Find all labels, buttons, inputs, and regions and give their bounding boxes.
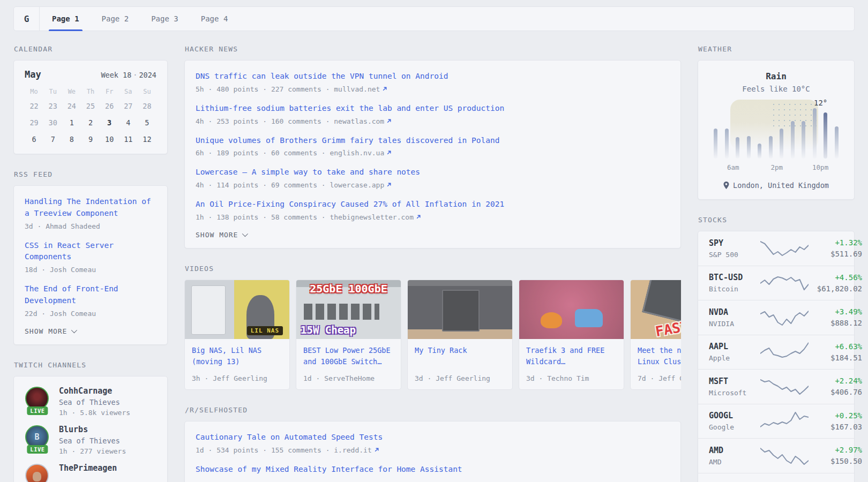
stock-ticker: MSFT [709, 376, 760, 386]
video-title-line: (moving 13) [192, 356, 282, 367]
tab-page-3[interactable]: Page 3 [140, 7, 190, 31]
weather-widget: Rain Feels like 10°C 12° 6am2pm10pm Lond… [698, 60, 855, 200]
stock-name: AMD [709, 458, 760, 466]
video-title[interactable]: BEST Low Power 25GbE and 100GbE Switch… [303, 345, 394, 368]
video-meta: 3d · Jeff Geerling [415, 374, 505, 382]
stock-row[interactable]: MSFTMicrosoft +2.24%$406.76 [698, 369, 854, 404]
calendar-weekday: Mo [25, 88, 43, 95]
video-thumbnail[interactable] [519, 280, 624, 339]
app-logo[interactable]: G [14, 7, 40, 31]
stock-row[interactable]: SPYS&P 500 +1.32%$511.69 [698, 231, 854, 266]
twitch-avatar-wrap: LIVE [25, 386, 50, 415]
hn-domain: thebignewsletter.com [330, 213, 414, 221]
calendar-day: 8 [62, 131, 81, 147]
video-title[interactable]: Big NAS, Lil NAS (moving 13) [192, 345, 282, 368]
calendar-day: 22 [25, 97, 43, 114]
hn-item: An Oil Price-Fixing Conspiracy Caused 27… [196, 199, 670, 221]
hn-meta-text: 4h · 114 points · 69 comments · [196, 181, 326, 189]
stock-ticker: SPY [709, 238, 760, 248]
rss-widget: Handling The Indentation of a Treeview C… [13, 185, 168, 345]
calendar-day: 6 [25, 131, 43, 147]
rss-item-title[interactable]: CSS in React Server Components [25, 240, 156, 263]
external-link-icon [374, 447, 379, 453]
hn-domain: newatlas.com [334, 117, 384, 125]
twitch-channel-row[interactable]: B LIVE Blurbs Sea of Thieves 1h · 277 vi… [25, 425, 156, 455]
video-title[interactable]: My Tiny Rack [415, 345, 505, 368]
weather-temp-label: 12° [814, 99, 827, 107]
rss-show-more-button[interactable]: SHOW MORE [25, 327, 156, 335]
external-link-icon [382, 86, 387, 92]
video-title[interactable]: Traefik 3 and FREE Wildcard… [526, 345, 617, 368]
video-thumbnail[interactable]: LIL NAS [185, 280, 289, 339]
hn-item-meta: 6h · 189 points · 60 comments · english.… [196, 149, 670, 157]
stock-row[interactable]: NVDANVIDIA +3.49%$888.12 [698, 300, 854, 335]
tab-page-4[interactable]: Page 4 [190, 7, 240, 31]
hn-item-title[interactable]: Unique volumes of Brothers Grimm fairy t… [196, 135, 670, 147]
video-card[interactable]: Traefik 3 and FREE Wildcard… 3d · Techno… [519, 280, 624, 390]
hn-item-meta: 1h · 138 points · 58 comments · thebigne… [196, 213, 670, 221]
reddit-item-title[interactable]: Showcase of my Mixed Reality Interface f… [196, 464, 670, 476]
page-tabs: Page 1 Page 2 Page 3 Page 4 [40, 7, 239, 31]
twitch-channel-name[interactable]: Blurbs [59, 425, 126, 434]
calendar-week-year: Week 18·2024 [101, 71, 156, 79]
calendar-day: 30 [43, 114, 62, 131]
hn-item-title[interactable]: DNS traffic can leak outside the VPN tun… [196, 71, 670, 82]
twitch-channel-row[interactable]: LIVE ThePrimeagen [25, 463, 156, 482]
hn-show-more-button[interactable]: SHOW MORE [196, 231, 670, 239]
rss-item: Handling The Indentation of a Treeview C… [25, 196, 156, 230]
hn-item-title[interactable]: Lowercase – A simple way to take and sha… [196, 167, 670, 178]
video-card[interactable]: LIL NAS Big NAS, Lil NAS (moving 13) 3h … [184, 280, 290, 390]
hn-item-title[interactable]: An Oil Price-Fixing Conspiracy Caused 27… [196, 199, 670, 210]
calendar-section-label: CALENDAR [14, 45, 168, 53]
stock-row[interactable]: RDDT -1.59% [698, 473, 854, 482]
stock-change: +0.25% [809, 411, 862, 420]
hn-item-title[interactable]: Lithium-free sodium batteries exit the l… [196, 103, 670, 115]
weather-time-label: 2pm [770, 163, 783, 171]
stock-change: +6.63% [809, 342, 862, 351]
video-meta: 1d · ServeTheHome [303, 374, 394, 382]
video-card[interactable]: My Tiny Rack 3d · Jeff Geerling [407, 280, 513, 390]
rss-section: RSS FEED Handling The Indentation of a T… [13, 170, 168, 345]
hacker-news-widget: DNS traffic can leak outside the VPN tun… [184, 60, 681, 248]
hn-item-meta: 5h · 480 points · 227 comments · mullvad… [196, 85, 670, 93]
twitch-avatar-wrap: B LIVE [25, 425, 50, 454]
rss-item-title[interactable]: The End of Front-End Development [25, 283, 156, 307]
video-title[interactable]: Meet the new Linux Cluster [638, 345, 681, 368]
video-thumbnail[interactable]: 25GbE 100GbE 15W Cheap [296, 280, 401, 339]
weather-bar [791, 121, 795, 159]
twitch-channel-category: Sea of Thieves [59, 398, 130, 406]
hn-domain: mullvad.net [334, 85, 380, 93]
hacker-news-section: HACKER NEWS DNS traffic can leak outside… [184, 45, 681, 248]
reddit-item: Cautionary Tale on Automated Speed Tests… [196, 432, 670, 454]
video-card[interactable]: 25GbE 100GbE 15W Cheap BEST Low Power 25… [296, 280, 401, 390]
calendar-week-number: Week 18 [101, 71, 131, 79]
calendar-year: 2024 [139, 71, 156, 79]
video-thumbnail[interactable]: FAST [631, 280, 681, 339]
weather-feels-like: Feels like 10°C [711, 85, 841, 93]
video-card[interactable]: FAST Meet the new Linux Cluster 7d · Jef… [630, 280, 681, 390]
calendar-day: 2 [81, 114, 100, 131]
tab-page-1[interactable]: Page 1 [41, 7, 91, 31]
twitch-channel-name[interactable]: CohhCarnage [59, 386, 130, 396]
stock-sparkline [760, 411, 809, 431]
stock-row[interactable]: GOOGLGoogle +0.25%$167.03 [698, 404, 854, 439]
stock-row[interactable]: AAPLApple +6.63%$184.51 [698, 335, 854, 370]
stock-row[interactable]: BTC-USDBitcoin +4.56%$61,820.02 [698, 266, 854, 300]
location-pin-icon [723, 182, 729, 189]
weather-bars [713, 107, 839, 159]
video-thumbnail[interactable] [408, 280, 512, 339]
reddit-item-title[interactable]: Cautionary Tale on Automated Speed Tests [196, 432, 670, 443]
twitch-channel-row[interactable]: LIVE CohhCarnage Sea of Thieves 1h · 5.8… [25, 386, 156, 417]
stock-ticker: AMD [709, 446, 760, 455]
twitch-channel-name[interactable]: ThePrimeagen [59, 463, 117, 473]
thumbnail-text: 25GbE 100GbE [296, 282, 401, 295]
calendar-weekday: Tu [43, 88, 62, 95]
rss-item-title[interactable]: Handling The Indentation of a Treeview C… [25, 196, 156, 220]
stock-price: $888.12 [809, 319, 862, 327]
thumbnail-badge: LIL NAS [247, 326, 283, 335]
tab-page-2[interactable]: Page 2 [91, 7, 140, 31]
stock-row[interactable]: AMDAMD +2.97%$150.50 [698, 438, 854, 473]
hn-item: DNS traffic can leak outside the VPN tun… [196, 71, 670, 93]
live-badge: LIVE [27, 445, 48, 454]
hn-item: Unique volumes of Brothers Grimm fairy t… [196, 135, 670, 157]
